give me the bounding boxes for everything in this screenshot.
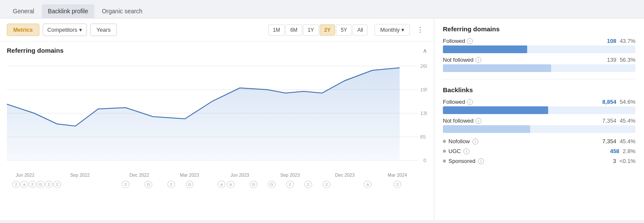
svg-text:0: 0 xyxy=(423,158,426,163)
years-button[interactable]: Years xyxy=(90,24,117,36)
referring-domains-title: Referring domains xyxy=(443,25,635,33)
svg-text:a: a xyxy=(23,182,26,187)
svg-text:a: a xyxy=(367,182,369,187)
bl-followed-bar-fill xyxy=(443,106,548,114)
followed-count: 108 xyxy=(607,38,616,44)
collapse-chart-button[interactable]: ∧ xyxy=(423,47,427,54)
chevron-down-icon: ▾ xyxy=(79,27,82,33)
top-tabs: General Backlink profile Organic search xyxy=(0,0,644,18)
svg-text:2: 2 xyxy=(326,182,328,187)
left-panel: Metrics Competitors ▾ Years 1M 6M 1Y 2Y … xyxy=(0,18,434,220)
time-all[interactable]: All xyxy=(353,24,368,36)
chart-title-row: Referring domains ∧ xyxy=(7,47,427,54)
bl-not-followed-info-icon[interactable]: i xyxy=(475,118,481,124)
svg-text:2: 2 xyxy=(15,182,17,187)
sponsored-info-icon[interactable]: i xyxy=(478,158,484,164)
svg-text:G: G xyxy=(270,182,273,187)
svg-text:260: 260 xyxy=(420,63,427,69)
time-5y[interactable]: 5Y xyxy=(336,24,352,36)
competitors-button[interactable]: Competitors ▾ xyxy=(43,24,87,36)
bl-not-followed-values: 7,354 45.4% xyxy=(602,118,635,124)
svg-text:2: 2 xyxy=(289,182,291,187)
followed-bar-row: Followed i 108 43.7% xyxy=(443,38,635,53)
main-container: Metrics Competitors ▾ Years 1M 6M 1Y 2Y … xyxy=(0,18,644,220)
ugc-info-icon[interactable]: i xyxy=(463,148,469,154)
chart-svg: 260 195 130 65 0 xyxy=(7,57,427,190)
nofollow-pct: 45.4% xyxy=(620,138,635,145)
nofollow-info-icon[interactable]: i xyxy=(472,139,478,145)
followed-label: Followed i xyxy=(443,38,473,44)
bl-followed-pct: 54.6% xyxy=(620,99,635,105)
svg-text:G: G xyxy=(188,182,191,187)
annotation-icons: 2 a 2 G 2 2 2 xyxy=(12,181,401,188)
chart-area-fill xyxy=(7,68,400,160)
section-divider-1 xyxy=(443,79,635,79)
svg-text:130: 130 xyxy=(420,111,427,116)
backlinks-title: Backlinks xyxy=(443,86,635,93)
bl-followed-bar-row: Followed i 8,854 54.6% xyxy=(443,99,635,114)
nofollow-count: 7,354 xyxy=(602,138,617,145)
bl-followed-label: Followed i xyxy=(443,99,473,105)
svg-text:Jun 2023: Jun 2023 xyxy=(230,173,249,178)
ugc-label: UGC i xyxy=(443,148,469,154)
svg-text:Sep 2023: Sep 2023 xyxy=(280,173,300,178)
bl-followed-info-icon[interactable]: i xyxy=(467,99,473,105)
sponsored-values: 3 <0.1% xyxy=(613,158,635,164)
sponsored-count: 3 xyxy=(613,158,616,164)
not-followed-info-icon[interactable]: i xyxy=(475,57,481,63)
bl-not-followed-bar-row: Not followed i 7,354 45.4% xyxy=(443,118,635,133)
tab-backlink-profile[interactable]: Backlink profile xyxy=(42,4,94,18)
svg-text:a: a xyxy=(220,182,223,187)
time-6m[interactable]: 6M xyxy=(285,24,302,36)
svg-text:Dec 2023: Dec 2023 xyxy=(335,173,355,178)
ugc-count: 458 xyxy=(610,148,620,154)
time-1m[interactable]: 1M xyxy=(268,24,285,36)
bl-followed-bar-track xyxy=(443,106,635,114)
nofollow-label: Nofollow i xyxy=(443,138,478,145)
ugc-dot xyxy=(443,150,446,153)
tab-organic-search[interactable]: Organic search xyxy=(96,4,148,18)
time-2y[interactable]: 2Y xyxy=(320,24,335,36)
svg-text:2: 2 xyxy=(307,182,309,187)
more-options-button[interactable]: ⋮ xyxy=(413,24,427,36)
svg-text:G: G xyxy=(39,182,42,187)
followed-info-icon[interactable]: i xyxy=(467,38,473,44)
svg-text:Sep 2022: Sep 2022 xyxy=(70,173,90,178)
not-followed-bar-fill xyxy=(443,64,551,72)
sponsored-label: Sponsored i xyxy=(443,158,484,164)
not-followed-label: Not followed i xyxy=(443,57,481,63)
followed-bar-track xyxy=(443,45,635,53)
svg-text:2: 2 xyxy=(56,182,58,187)
svg-text:G: G xyxy=(252,182,255,187)
nofollow-dot xyxy=(443,140,446,143)
svg-text:2: 2 xyxy=(48,182,50,187)
chart-title-text: Referring domains xyxy=(7,47,64,54)
ugc-values: 458 2.8% xyxy=(610,148,635,154)
svg-text:2: 2 xyxy=(125,182,127,187)
svg-text:a: a xyxy=(229,182,232,187)
chart-svg-container: 260 195 130 65 0 xyxy=(7,57,427,190)
monthly-dropdown-button[interactable]: Monthly ▾ xyxy=(374,24,410,36)
svg-text:195: 195 xyxy=(420,87,427,92)
right-panel: Referring domains Followed i 108 43.7% xyxy=(434,18,644,220)
bl-not-followed-count: 7,354 xyxy=(602,118,617,124)
bl-not-followed-bar-track xyxy=(443,125,635,133)
svg-text:2: 2 xyxy=(31,182,33,187)
sponsored-pct: <0.1% xyxy=(620,158,635,164)
not-followed-bar-row: Not followed i 139 56.3% xyxy=(443,57,635,72)
svg-text:Jun 2022: Jun 2022 xyxy=(16,173,35,178)
svg-text:Mar 2024: Mar 2024 xyxy=(388,173,407,178)
tab-general[interactable]: General xyxy=(7,4,40,18)
svg-text:2: 2 xyxy=(396,182,398,187)
svg-text:G: G xyxy=(147,182,150,187)
bl-followed-values: 8,854 54.6% xyxy=(602,99,635,105)
followed-bar-fill xyxy=(443,45,527,53)
bl-not-followed-label: Not followed i xyxy=(443,118,481,124)
not-followed-count: 139 xyxy=(607,57,616,63)
sponsored-dot xyxy=(443,160,446,163)
not-followed-pct: 56.3% xyxy=(620,57,635,63)
metrics-button[interactable]: Metrics xyxy=(7,24,39,36)
nofollow-values: 7,354 45.4% xyxy=(602,138,635,145)
sponsored-row: Sponsored i 3 <0.1% xyxy=(443,156,635,166)
time-1y[interactable]: 1Y xyxy=(303,24,319,36)
